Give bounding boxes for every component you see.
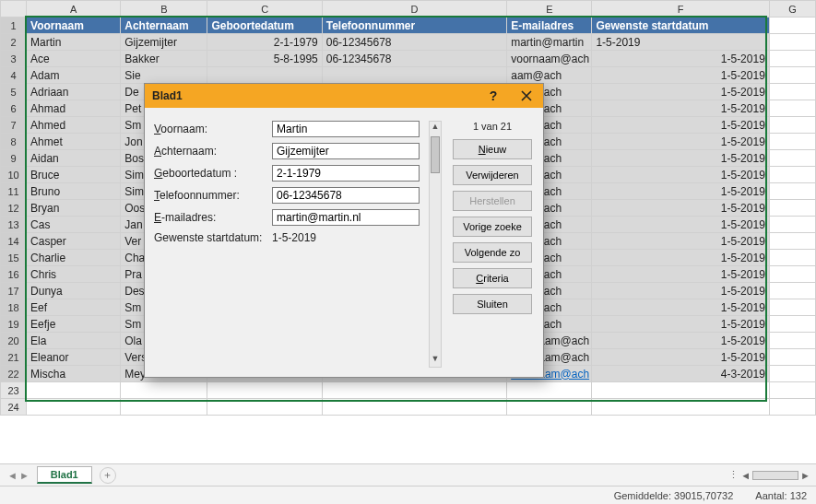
telefoonnummer-input[interactable] xyxy=(272,187,420,204)
cell[interactable]: 1-5-2019 xyxy=(592,217,769,233)
cell[interactable] xyxy=(769,382,815,399)
vorige-zoeken-button[interactable]: Vorige zoeke xyxy=(453,217,532,237)
row-header[interactable]: 18 xyxy=(1,299,27,316)
cell[interactable] xyxy=(207,382,322,399)
cell[interactable]: Eef xyxy=(27,299,121,316)
cell[interactable]: 1-5-2019 xyxy=(592,299,769,316)
cell[interactable]: Ace xyxy=(27,51,121,67)
cell[interactable]: Geboortedatum xyxy=(207,18,322,34)
dialog-titlebar[interactable]: Blad1 ? xyxy=(145,84,543,108)
cell[interactable]: 06-12345678 xyxy=(322,51,506,67)
cell[interactable] xyxy=(769,183,815,200)
cell[interactable] xyxy=(27,399,121,416)
volgende-zoeken-button[interactable]: Volgende zo xyxy=(453,242,532,263)
cell[interactable] xyxy=(769,299,815,316)
cell[interactable] xyxy=(769,67,815,84)
cell[interactable]: Ela xyxy=(27,333,121,349)
row-header[interactable]: 1 xyxy=(1,18,27,34)
cell[interactable]: Mischa xyxy=(27,366,121,382)
cell[interactable]: 1-5-2019 xyxy=(592,34,769,51)
cell[interactable]: Dunya xyxy=(27,283,121,299)
cell[interactable] xyxy=(769,366,815,382)
cell[interactable] xyxy=(769,200,815,217)
cell[interactable]: 1-5-2019 xyxy=(592,67,769,84)
col-header[interactable]: D xyxy=(322,1,506,18)
cell[interactable] xyxy=(121,399,207,416)
cell[interactable]: 1-5-2019 xyxy=(592,84,769,100)
row-header[interactable]: 16 xyxy=(1,266,27,283)
criteria-button[interactable]: Criteria xyxy=(453,268,532,288)
cell[interactable]: Gewenste startdatum xyxy=(592,18,769,34)
nieuw-button[interactable]: Nieuw xyxy=(453,139,532,159)
hscroll-track[interactable] xyxy=(752,471,798,480)
cell[interactable] xyxy=(769,399,815,416)
cell[interactable] xyxy=(769,134,815,150)
cell[interactable]: Aidan xyxy=(27,150,121,167)
sluiten-button[interactable]: Sluiten xyxy=(453,294,532,314)
cell[interactable] xyxy=(27,382,121,399)
tab-nav-next-icon[interactable]: ► xyxy=(19,470,30,481)
help-button[interactable]: ? xyxy=(477,84,510,108)
row-header[interactable]: 15 xyxy=(1,250,27,266)
cell[interactable]: 1-5-2019 xyxy=(592,51,769,67)
close-button[interactable] xyxy=(510,84,543,108)
cell[interactable]: Casper xyxy=(27,233,121,250)
cell[interactable]: Chris xyxy=(27,266,121,283)
scroll-down-icon[interactable]: ▼ xyxy=(430,354,441,367)
col-header[interactable]: G xyxy=(769,1,815,18)
cell[interactable]: Adam xyxy=(27,67,121,84)
cell[interactable] xyxy=(769,233,815,250)
cell[interactable]: 1-5-2019 xyxy=(592,349,769,366)
cell[interactable]: 1-5-2019 xyxy=(592,117,769,134)
cell[interactable] xyxy=(507,399,592,416)
cell[interactable]: 4-3-2019 xyxy=(592,366,769,382)
cell[interactable]: Charlie xyxy=(27,250,121,266)
cell[interactable]: Ahmad xyxy=(27,100,121,117)
verwijderen-button[interactable]: Verwijderen xyxy=(453,165,532,185)
row-header[interactable]: 11 xyxy=(1,183,27,200)
cell[interactable]: E-mailadres xyxy=(507,18,592,34)
sheet-tab[interactable]: Blad1 xyxy=(37,466,92,484)
row-header[interactable]: 14 xyxy=(1,233,27,250)
cell[interactable] xyxy=(769,217,815,233)
cell[interactable]: Bruno xyxy=(27,183,121,200)
cell[interactable]: 1-5-2019 xyxy=(592,283,769,299)
cell[interactable]: 1-5-2019 xyxy=(592,167,769,183)
row-header[interactable]: 6 xyxy=(1,100,27,117)
cell[interactable] xyxy=(322,382,506,399)
cell[interactable] xyxy=(207,67,322,84)
row-header[interactable]: 10 xyxy=(1,167,27,183)
cell[interactable] xyxy=(507,382,592,399)
hscroll-options-icon[interactable]: ⋮ xyxy=(728,469,739,481)
cell[interactable]: 1-5-2019 xyxy=(592,333,769,349)
row-header[interactable]: 5 xyxy=(1,84,27,100)
cell[interactable]: Voornaam xyxy=(27,18,121,34)
cell[interactable]: 5-8-1995 xyxy=(207,51,322,67)
cell[interactable]: 2-1-1979 xyxy=(207,34,322,51)
cell[interactable]: aam@ach xyxy=(507,67,592,84)
cell[interactable]: 1-5-2019 xyxy=(592,183,769,200)
emailadres-input[interactable] xyxy=(272,209,420,226)
row-header[interactable]: 19 xyxy=(1,316,27,333)
row-header[interactable]: 3 xyxy=(1,51,27,67)
tab-nav-prev-icon[interactable]: ◄ xyxy=(7,470,18,481)
cell[interactable] xyxy=(769,316,815,333)
col-header[interactable]: C xyxy=(207,1,322,18)
cell[interactable] xyxy=(769,283,815,299)
hscroll-left-icon[interactable]: ◄ xyxy=(740,470,751,481)
row-header[interactable]: 20 xyxy=(1,333,27,349)
cell[interactable]: Ahmed xyxy=(27,117,121,134)
cell[interactable]: Ahmet xyxy=(27,134,121,150)
cell[interactable] xyxy=(769,84,815,100)
cell[interactable] xyxy=(121,382,207,399)
cell[interactable] xyxy=(769,150,815,167)
row-header[interactable]: 2 xyxy=(1,34,27,51)
col-header[interactable]: A xyxy=(27,1,121,18)
voornaam-input[interactable] xyxy=(272,121,420,137)
hscroll-right-icon[interactable]: ► xyxy=(800,470,810,481)
cell[interactable] xyxy=(769,34,815,51)
row-header[interactable]: 17 xyxy=(1,283,27,299)
cell[interactable]: 1-5-2019 xyxy=(592,233,769,250)
geboortedatum-input[interactable] xyxy=(272,165,420,182)
cell[interactable]: 1-5-2019 xyxy=(592,200,769,217)
